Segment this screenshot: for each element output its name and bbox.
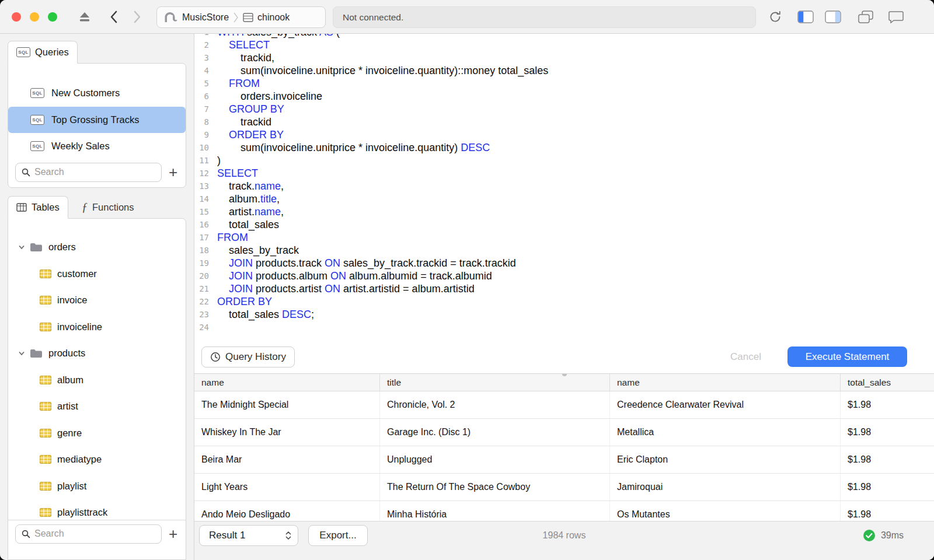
main-area: 1WITH sales_by_track AS (2 SELECT3 track… <box>194 34 934 560</box>
queries-search-input[interactable] <box>34 167 155 177</box>
queries-search-field[interactable] <box>15 163 162 182</box>
window-tabs-button[interactable] <box>858 10 873 23</box>
table-row[interactable]: Light YearsThe Return Of The Space Cowbo… <box>194 474 934 501</box>
code-line: 13 track.name, <box>194 180 934 192</box>
tab-queries[interactable]: SQL Queries <box>8 41 78 64</box>
sql-editor[interactable]: 1WITH sales_by_track AS (2 SELECT3 track… <box>194 34 934 340</box>
tables-search-field[interactable] <box>15 524 162 544</box>
splitter-handle[interactable] <box>562 373 567 376</box>
eject-button[interactable] <box>78 11 91 23</box>
line-number: 17 <box>194 231 214 244</box>
line-number: 24 <box>194 321 214 334</box>
query-item-weekly-sales[interactable]: SQLWeekly Sales <box>8 133 186 160</box>
editor-footer: Query History Cancel Execute Statement <box>194 340 934 373</box>
sidebar-item-playlist[interactable]: playlist <box>8 473 186 500</box>
column-header[interactable]: total_sales <box>841 374 934 391</box>
line-number: 18 <box>194 244 214 257</box>
tables-search-strip: + <box>8 520 186 559</box>
table-row[interactable]: The Midnight SpecialChronicle, Vol. 2Cre… <box>194 391 934 419</box>
sidebar-item-artist[interactable]: artist <box>8 393 186 420</box>
tab-tables[interactable]: Tables <box>8 196 68 219</box>
sidebar-item-invoiceline[interactable]: invoiceline <box>8 314 186 341</box>
table-icon <box>40 429 51 438</box>
overlapping-windows-icon <box>858 10 873 23</box>
query-history-label: Query History <box>225 351 286 363</box>
breadcrumb-server[interactable]: MusicStore <box>182 12 229 23</box>
code-line: 12SELECT <box>194 167 934 180</box>
sql-file-icon: SQL <box>30 115 44 125</box>
code-text: ORDER BY <box>214 295 272 308</box>
column-header[interactable]: name <box>610 374 841 391</box>
back-button[interactable] <box>110 10 118 23</box>
column-header[interactable]: name <box>194 374 380 391</box>
close-window-button[interactable] <box>12 12 21 22</box>
code-text: SELECT <box>214 38 270 51</box>
refresh-button[interactable] <box>768 10 782 24</box>
code-text: album.title, <box>214 192 280 205</box>
tables-search-input[interactable] <box>34 528 155 539</box>
export-button[interactable]: Export... <box>308 525 368 546</box>
table-icon <box>40 455 51 464</box>
code-text: WITH sales_by_track AS ( <box>214 34 340 38</box>
forward-button[interactable] <box>133 10 141 23</box>
tab-functions[interactable]: ƒ Functions <box>76 196 140 219</box>
server-elephant-icon <box>163 11 178 24</box>
column-header[interactable]: title <box>380 374 610 391</box>
minimize-window-button[interactable] <box>30 12 39 22</box>
table-row[interactable]: Whiskey In The JarGarage Inc. (Disc 1)Me… <box>194 419 934 446</box>
table-row[interactable]: Beira MarUnpluggedEric Clapton$1.98 <box>194 446 934 474</box>
query-item-new-customers[interactable]: SQLNew Customers <box>8 80 186 107</box>
code-line: 18 sales_by_track <box>194 244 934 257</box>
tree-item-label: genre <box>57 428 82 439</box>
zoom-window-button[interactable] <box>48 12 57 22</box>
feedback-button[interactable] <box>888 10 904 23</box>
cancel-button[interactable]: Cancel <box>730 351 761 363</box>
line-number: 14 <box>194 192 214 205</box>
stepper-chevrons-icon <box>285 530 292 541</box>
result-selector[interactable]: Result 1 <box>199 525 298 546</box>
tree-item-label: orders <box>48 242 76 253</box>
table-icon <box>40 402 51 411</box>
line-number: 4 <box>194 64 214 77</box>
result-cell: Whiskey In The Jar <box>194 419 380 446</box>
code-line: 9 ORDER BY <box>194 128 934 141</box>
chevron-right-icon <box>133 10 141 23</box>
tree-item-label: invoiceline <box>57 321 102 332</box>
sidebar-item-invoice[interactable]: invoice <box>8 287 186 314</box>
query-item-label: Weekly Sales <box>51 141 110 152</box>
code-text: JOIN products.album ON album.albumid = t… <box>214 270 492 282</box>
sidebar-item-album[interactable]: album <box>8 367 186 394</box>
table-icon <box>40 376 51 384</box>
toggle-right-sidebar-button[interactable] <box>825 10 841 23</box>
speech-bubble-icon <box>888 10 904 23</box>
chevron-down-icon[interactable] <box>18 350 25 357</box>
table-icon <box>40 508 51 517</box>
refresh-icon <box>768 10 782 24</box>
sidebar-item-customer[interactable]: customer <box>8 261 186 288</box>
add-query-button[interactable]: + <box>165 163 181 181</box>
connection-status-text: Not connected. <box>343 12 403 23</box>
results-header: nametitlenametotal_sales <box>194 374 934 391</box>
table-icon <box>40 296 51 304</box>
query-item-top-grossing-tracks[interactable]: SQLTop Grossing Tracks <box>8 107 186 134</box>
sidebar-item-genre[interactable]: genre <box>8 420 186 447</box>
query-history-button[interactable]: Query History <box>201 346 295 368</box>
add-table-button[interactable]: + <box>165 525 181 542</box>
code-text: sales_by_track <box>214 244 299 257</box>
sidebar-item-products[interactable]: products <box>8 340 186 367</box>
execute-statement-button[interactable]: Execute Statement <box>787 346 907 367</box>
code-line: 7 GROUP BY <box>194 103 934 116</box>
toggle-left-sidebar-button[interactable] <box>797 10 814 23</box>
code-text: SELECT <box>214 167 258 180</box>
right-panel-icon <box>825 10 841 23</box>
breadcrumb[interactable]: MusicStore chinook <box>156 6 326 28</box>
sidebar-item-orders[interactable]: orders <box>8 234 186 261</box>
chevron-down-icon[interactable] <box>18 244 25 251</box>
breadcrumb-database[interactable]: chinook <box>257 12 290 23</box>
eject-icon <box>78 11 91 23</box>
code-text: orders.invoiceline <box>214 90 322 103</box>
sidebar-item-mediatype[interactable]: mediatype <box>8 446 186 473</box>
code-line: 2 SELECT <box>194 38 934 51</box>
code-text: total_sales DESC; <box>214 308 314 321</box>
tables-panel: orderscustomerinvoiceinvoicelineproducts… <box>8 218 186 560</box>
